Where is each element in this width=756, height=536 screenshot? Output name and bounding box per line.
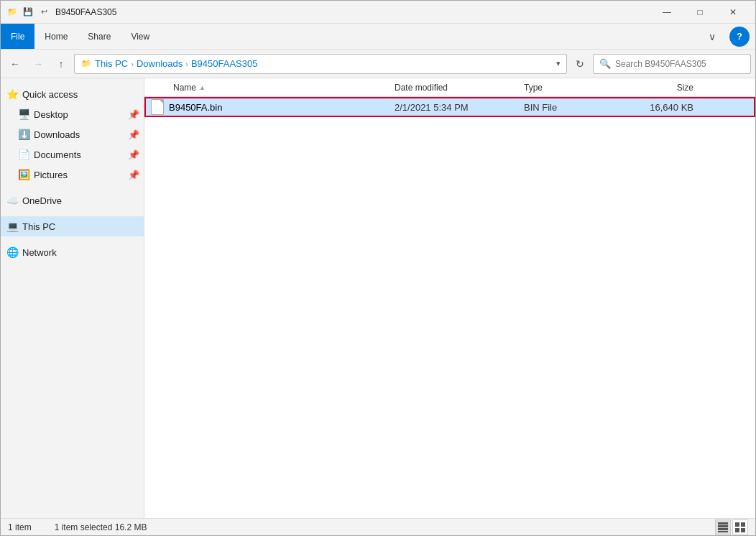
sidebar-label-onedrive: OneDrive	[22, 195, 62, 206]
sidebar-item-downloads[interactable]: ⬇️ Downloads 📌	[1, 124, 144, 144]
svg-rect-3	[718, 531, 728, 532]
pictures-icon: 🖼️	[18, 169, 29, 180]
onedrive-icon: ☁️	[6, 195, 18, 206]
col-header-size[interactable]: Size	[619, 83, 705, 93]
pin-icon-documents: 📌	[128, 149, 138, 160]
downloads-icon: ⬇️	[18, 129, 29, 140]
breadcrumb-thispc[interactable]: This PC	[95, 58, 128, 69]
sidebar-item-onedrive[interactable]: ☁️ OneDrive	[1, 190, 144, 211]
tab-file[interactable]: File	[1, 24, 34, 49]
sidebar-label-quick-access: Quick access	[22, 89, 78, 100]
file-date-cell: 2/1/2021 5:34 PM	[389, 102, 518, 113]
address-bar: ← → ↑ 📁 This PC › Downloads › B9450FAAS3…	[1, 50, 755, 78]
pin-icon-desktop: 📌	[128, 109, 138, 119]
view-details-button[interactable]	[715, 519, 731, 535]
minimize-button[interactable]: —	[650, 1, 683, 24]
view-controls	[715, 519, 748, 535]
window-icon: 📁	[6, 6, 18, 18]
sidebar-item-pictures[interactable]: 🖼️ Pictures 📌	[1, 165, 144, 185]
maximize-button[interactable]: □	[683, 1, 716, 24]
sidebar-item-quick-access[interactable]: ⭐ Quick access	[1, 84, 144, 104]
breadcrumb-downloads[interactable]: Downloads	[137, 58, 183, 69]
sidebar-label-desktop: Desktop	[34, 109, 68, 120]
title-bar: 📁 💾 ↩ B9450FAAS305 — □ ✕	[1, 1, 755, 24]
col-header-type[interactable]: Type	[518, 83, 619, 93]
sort-arrow-icon: ▲	[199, 84, 206, 91]
tab-share[interactable]: Share	[78, 24, 121, 49]
file-area: Name ▲ Date modified Type Size	[144, 78, 755, 518]
sidebar-label-documents: Documents	[34, 149, 81, 160]
refresh-button[interactable]: ↻	[570, 54, 590, 74]
sidebar-item-thispc[interactable]: 💻 This PC	[1, 216, 144, 236]
sidebar-section-network: 🌐 Network	[1, 239, 144, 265]
sidebar-item-documents[interactable]: 📄 Documents 📌	[1, 144, 144, 165]
svg-rect-6	[735, 528, 739, 532]
breadcrumb-sep-2: ›	[185, 60, 188, 68]
ribbon-expand-button[interactable]: ∨	[702, 27, 722, 47]
thispc-icon: 💻	[6, 221, 18, 232]
tab-view[interactable]: View	[121, 24, 160, 49]
title-bar-icons: 📁 💾 ↩	[6, 6, 50, 18]
desktop-icon: 🖥️	[18, 108, 29, 120]
sidebar-item-desktop[interactable]: 🖥️ Desktop 📌	[1, 104, 144, 124]
sidebar-label-thispc: This PC	[22, 221, 55, 232]
file-explorer-window: 📁 💾 ↩ B9450FAAS305 — □ ✕ File Home Share…	[0, 0, 756, 536]
svg-rect-5	[741, 522, 745, 527]
file-size-cell: 16,640 KB	[619, 102, 705, 113]
svg-rect-0	[718, 522, 728, 525]
up-button[interactable]: ↑	[51, 54, 71, 74]
view-list-button[interactable]	[732, 519, 748, 535]
breadcrumb-sep-1: ›	[131, 60, 134, 68]
title-bar-controls: — □ ✕	[650, 1, 750, 24]
search-icon: 🔍	[599, 58, 611, 69]
sidebar-section-onedrive: ☁️ OneDrive	[1, 188, 144, 213]
svg-rect-2	[718, 528, 728, 530]
sidebar-item-network[interactable]: 🌐 Network	[1, 242, 144, 262]
save-icon: 💾	[22, 6, 34, 18]
file-name-cell: B9450FA.bin	[144, 100, 389, 114]
selected-info: 1 item selected 16.2 MB	[55, 522, 147, 532]
file-icon	[150, 100, 165, 114]
sidebar-section-thispc: 💻 This PC	[1, 213, 144, 239]
view-details-icon	[718, 522, 728, 532]
breadcrumb-folder-icon: 📁	[80, 58, 92, 70]
sidebar-label-downloads: Downloads	[34, 129, 80, 140]
col-header-name[interactable]: Name ▲	[144, 83, 389, 93]
main-content: ⭐ Quick access 🖥️ Desktop 📌 ⬇️ Downloads…	[1, 78, 755, 518]
column-headers: Name ▲ Date modified Type Size	[144, 78, 755, 97]
breadcrumb[interactable]: 📁 This PC › Downloads › B9450FAAS305 ▾	[74, 54, 567, 74]
breadcrumb-dropdown-icon[interactable]: ▾	[556, 59, 561, 68]
view-list-icon	[735, 522, 745, 532]
pin-icon-pictures: 📌	[128, 170, 138, 180]
status-bar: 1 item 1 item selected 16.2 MB	[1, 518, 755, 535]
search-input[interactable]	[615, 59, 745, 69]
sidebar-label-network: Network	[22, 247, 57, 258]
svg-rect-7	[741, 528, 745, 532]
col-header-date[interactable]: Date modified	[389, 83, 518, 93]
search-bar[interactable]: 🔍	[593, 54, 751, 74]
sidebar: ⭐ Quick access 🖥️ Desktop 📌 ⬇️ Downloads…	[1, 78, 144, 518]
close-button[interactable]: ✕	[716, 1, 750, 24]
undo-icon: ↩	[38, 6, 50, 18]
tab-home[interactable]: Home	[34, 24, 78, 49]
back-button[interactable]: ←	[5, 54, 25, 74]
breadcrumb-current: B9450FAAS305	[191, 58, 258, 69]
ribbon-help-button[interactable]: ?	[729, 27, 750, 47]
svg-rect-1	[718, 525, 728, 527]
sidebar-section-quick-access: ⭐ Quick access 🖥️ Desktop 📌 ⬇️ Downloads…	[1, 81, 144, 188]
ribbon: File Home Share View ∨ ?	[1, 24, 755, 50]
forward-button[interactable]: →	[28, 54, 48, 74]
svg-rect-4	[735, 522, 739, 527]
file-type-cell: BIN File	[518, 102, 619, 113]
item-count: 1 item	[8, 522, 32, 532]
window-title: B9450FAAS305	[55, 7, 650, 17]
network-icon: 🌐	[6, 246, 18, 258]
table-row[interactable]: B9450FA.bin 2/1/2021 5:34 PM BIN File 16…	[144, 97, 755, 117]
sidebar-label-pictures: Pictures	[34, 170, 68, 180]
documents-icon: 📄	[18, 149, 29, 160]
file-name: B9450FA.bin	[169, 102, 222, 113]
pin-icon-downloads: 📌	[128, 129, 138, 139]
quick-access-icon: ⭐	[6, 88, 18, 100]
file-list: B9450FA.bin 2/1/2021 5:34 PM BIN File 16…	[144, 97, 755, 518]
